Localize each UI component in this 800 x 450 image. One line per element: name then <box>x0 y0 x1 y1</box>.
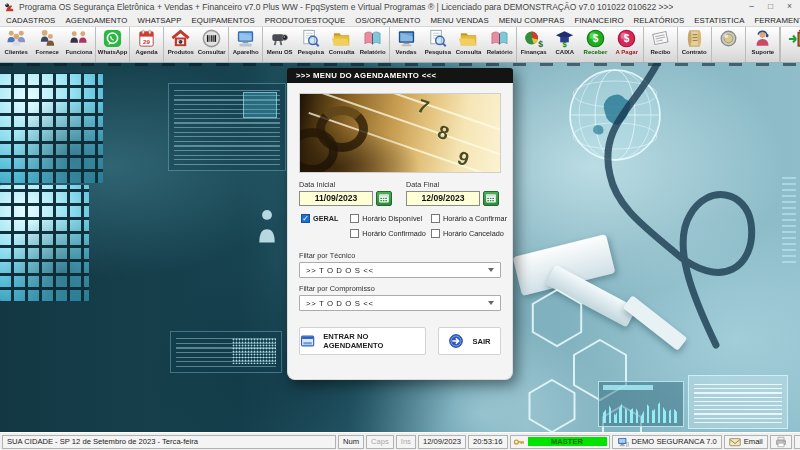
filter-technician-value: >> T O D O S << <box>306 266 374 275</box>
toolbar-button-vendas[interactable]: Vendas <box>391 27 422 62</box>
toolbar-button-label: Receber <box>584 48 608 55</box>
checkbox-horario-confirmado[interactable]: Horário Confirmado <box>350 229 431 238</box>
maximize-button[interactable]: □ <box>762 1 779 13</box>
employee-icon <box>68 28 89 49</box>
exit-button-label: SAIR <box>472 337 490 346</box>
toolbar-button-consulta[interactable]: Consulta <box>453 27 484 62</box>
enter-scheduling-button[interactable]: ENTRAR NO AGENDAMENTO <box>299 327 426 355</box>
status-user: MASTER <box>510 435 610 449</box>
start-date-input[interactable]: 11/09/2023 <box>299 191 373 206</box>
toolbar-button-agenda[interactable]: 29Agenda <box>131 27 162 62</box>
toolbar-button-a-pagar[interactable]: $A Pagar <box>611 27 642 62</box>
toolbar-button-recibo[interactable]: Recibo <box>645 27 676 62</box>
toolbar-button-label: Aparelho <box>233 48 259 55</box>
filter-technician-select[interactable]: >> T O D O S << <box>299 262 501 278</box>
agenda-icon: 29 <box>136 28 157 49</box>
finance-icon: $ <box>523 28 544 49</box>
toolbar-button-pesquisa[interactable]: Pesquisa <box>295 27 326 62</box>
status-printer-button[interactable] <box>770 435 792 449</box>
checkbox-label: Horário Confirmado <box>362 229 426 238</box>
svg-text:29: 29 <box>143 38 150 45</box>
toolbar-button-consulta[interactable]: Consulta <box>326 27 357 62</box>
pay-icon: $ <box>616 28 637 49</box>
menu-item-menu-vendas[interactable]: MENU VENDAS <box>430 16 488 25</box>
status-date: 12/09/2023 <box>418 435 466 449</box>
checkbox-horario-disponivel[interactable]: Horário Disponível <box>350 214 431 223</box>
status-ins: Ins <box>396 435 416 449</box>
toolbar-button-consultar[interactable]: Consultar <box>196 27 227 62</box>
menu-item-relatorios[interactable]: RELATÓRIOS <box>634 16 685 25</box>
status-monitor-button[interactable] <box>794 435 800 449</box>
toolbar-button-menu-os[interactable]: Menu OS <box>264 27 295 62</box>
exit-button[interactable]: SAIR <box>438 327 501 355</box>
toolbar: ClientesForneceFuncionaWhatsApp29AgendaP… <box>0 27 800 63</box>
envelope-icon <box>729 436 741 448</box>
minimize-button[interactable]: – <box>743 1 760 13</box>
status-email-button[interactable]: Email <box>724 435 768 449</box>
checkbox-horario-a-confirmar[interactable]: Horário a Confirmar <box>431 214 501 223</box>
caixa-icon: $ <box>554 28 575 49</box>
unchecked-checkbox-icon <box>431 214 440 223</box>
start-date-picker-button[interactable] <box>376 191 392 206</box>
toolbar-button-clientes[interactable]: Clientes <box>1 27 32 62</box>
products-icon <box>170 28 191 49</box>
menu-item-financeiro[interactable]: FINANCEIRO <box>574 16 623 25</box>
menu-item-cadastros[interactable]: CADASTROS <box>6 16 55 25</box>
end-date-picker-button[interactable] <box>483 191 499 206</box>
filter-appointment-select[interactable]: >> T O D O S << <box>299 295 501 311</box>
toolbar-button-exit-icon[interactable]: EXIT <box>782 27 800 62</box>
filter-appointment-label: Filtar por Compromisso <box>299 284 501 293</box>
toolbar-button-label: Clientes <box>5 48 28 55</box>
end-date-input[interactable]: 12/09/2023 <box>406 191 480 206</box>
status-user-label: MASTER <box>528 437 607 446</box>
toolbar-button-financas[interactable]: $Finanças <box>518 27 549 62</box>
folder-icon <box>331 28 352 49</box>
toolbar-button-produtos[interactable]: Produtos <box>165 27 196 62</box>
toolbar-button-label: Pesquisa <box>424 48 450 55</box>
dialog-title[interactable]: >>> MENU DO AGENDAMENTO <<< <box>287 68 513 83</box>
hud-text-overlay <box>688 375 788 429</box>
toolbar-button-pesquisa[interactable]: Pesquisa <box>422 27 453 62</box>
toolbar-button-relatorio[interactable]: Relatório <box>484 27 515 62</box>
menu-bar: CADASTROSAGENDAMENTOWHATSAPPEQUIPAMENTOS… <box>0 14 800 27</box>
toolbar-button-coin-icon[interactable] <box>713 27 744 62</box>
toolbar-button-aparelho[interactable]: Aparelho <box>230 27 261 62</box>
dialog-body: 7 8 9 Data Inicial 11/09/2023 Data Final… <box>287 83 513 380</box>
menu-item-menu-compras[interactable]: MENU COMPRAS <box>499 16 565 25</box>
menu-item-agendamento[interactable]: AGENDAMENTO <box>65 16 127 25</box>
status-company: DEMO SEGURANCA 7.0 <box>612 435 722 449</box>
svg-text:$: $ <box>538 39 543 49</box>
menu-item-estatistica[interactable]: ESTATISTICA <box>694 16 744 25</box>
toolbar-button-fornece[interactable]: Fornece <box>32 27 63 62</box>
chevron-down-icon <box>488 301 494 305</box>
toolbar-button-label: Funciona <box>65 48 92 55</box>
checkbox-geral[interactable]: ✓GERAL <box>301 214 350 223</box>
toolbar-button-contrato[interactable]: Contrato <box>679 27 710 62</box>
supplier-icon <box>37 28 58 49</box>
toolbar-button-caixa[interactable]: $CAIXA <box>549 27 580 62</box>
menu-item-os-orcamento[interactable]: OS/ORÇAMENTO <box>355 16 420 25</box>
toolbar-button-suporte[interactable]: Suporte <box>747 27 778 62</box>
toolbar-button-label: Consulta <box>329 48 355 55</box>
toolbar-button-label: Agenda <box>136 48 158 55</box>
toolbar-button-label: Relatório <box>360 48 386 55</box>
person-silhouette <box>256 209 278 245</box>
toolbar-button-relatorio[interactable]: Relatório <box>357 27 388 62</box>
menu-item-produto-estoque[interactable]: PRODUTO/ESTOQUE <box>265 16 346 25</box>
toolbar-button-label: Contrato <box>682 48 707 55</box>
unchecked-checkbox-icon <box>350 229 359 238</box>
checkbox-area: ✓GERAL Horário DisponívelHorário Confirm… <box>299 214 501 238</box>
menu-item-label: RELATÓRIOS <box>634 16 685 25</box>
folder-icon <box>458 28 479 49</box>
toolbar-button-funciona[interactable]: Funciona <box>63 27 94 62</box>
toolbar-button-whatsapp[interactable]: WhatsApp <box>97 27 128 62</box>
close-button[interactable]: × <box>781 1 798 13</box>
menu-item-ferramentas[interactable]: FERRAMENTAS <box>754 16 800 25</box>
menu-item-whatsapp[interactable]: WHATSAPP <box>137 16 181 25</box>
checkbox-horario-cancelado[interactable]: Horário Cancelado <box>431 229 501 238</box>
report-icon <box>362 28 383 49</box>
computer-icon <box>617 436 629 448</box>
toolbar-button-receber[interactable]: $Receber <box>580 27 611 62</box>
menu-item-equipamentos[interactable]: EQUIPAMENTOS <box>191 16 254 25</box>
window-title: Programa OS Segurança Eletrônica + Venda… <box>19 2 673 12</box>
